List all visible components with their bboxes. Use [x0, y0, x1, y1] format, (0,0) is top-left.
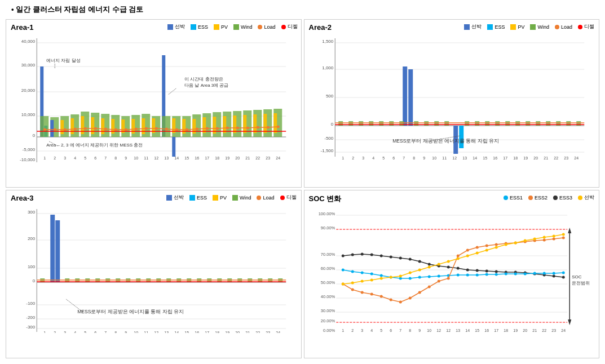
svg-rect-184 [566, 121, 571, 126]
legend-item: 디젤 [280, 194, 297, 201]
svg-text:70.00%: 70.00% [320, 252, 335, 257]
svg-text:6: 6 [392, 156, 395, 160]
svg-rect-164 [348, 121, 353, 126]
svg-text:5: 5 [84, 156, 86, 160]
svg-text:18: 18 [513, 156, 518, 160]
svg-text:2: 2 [54, 156, 56, 160]
svg-text:15: 15 [475, 329, 479, 332]
svg-rect-65 [162, 116, 170, 137]
svg-text:이 시간대 충전량은: 이 시간대 충전량은 [184, 77, 223, 82]
svg-point-360 [456, 255, 459, 258]
svg-point-384 [456, 258, 459, 260]
svg-text:21: 21 [544, 156, 548, 160]
svg-point-324 [341, 269, 344, 272]
area3-chart: 300 200 100 0 -100 -200 -300 1 2 3 4 5 6 [11, 203, 297, 333]
svg-text:13: 13 [164, 331, 169, 333]
svg-text:22: 22 [554, 156, 558, 160]
svg-point-333 [427, 276, 430, 278]
svg-text:0: 0 [330, 122, 333, 127]
svg-text:12: 12 [452, 156, 457, 160]
svg-point-369 [542, 239, 545, 242]
legend-item: 선박 [578, 194, 594, 201]
svg-text:9: 9 [125, 156, 127, 160]
legend-item: Load [258, 23, 275, 30]
svg-text:2: 2 [352, 156, 354, 160]
soc-chart: 100.00% 90.00% 70.00% 60.00% 50.00% 40.0… [309, 205, 595, 335]
svg-point-390 [514, 242, 516, 245]
svg-rect-53 [101, 118, 104, 134]
svg-point-361 [466, 249, 469, 252]
svg-rect-183 [556, 121, 560, 126]
svg-rect-185 [576, 121, 581, 126]
svg-point-347 [562, 272, 564, 274]
svg-text:5: 5 [382, 156, 385, 160]
svg-rect-230 [50, 215, 55, 282]
svg-point-375 [370, 279, 373, 282]
area3-legend: 선박 ESS PV Wind Load 디젤 [166, 194, 297, 201]
svg-point-386 [475, 252, 478, 255]
svg-text:MESS로부터 제공받은 에너지를 통해 자립 유지: MESS로부터 제공받은 에너지를 통해 자립 유지 [77, 309, 184, 314]
svg-rect-45 [60, 120, 64, 134]
svg-text:100.00%: 100.00% [318, 211, 335, 216]
svg-text:2: 2 [351, 329, 354, 332]
svg-point-342 [514, 273, 516, 276]
svg-point-378 [399, 275, 401, 278]
svg-point-106 [216, 127, 219, 130]
legend-item: PV [213, 194, 227, 201]
svg-text:50.00%: 50.00% [320, 280, 335, 285]
svg-text:100: 100 [28, 264, 36, 269]
legend-item: 선박 [464, 23, 482, 30]
svg-point-380 [418, 269, 421, 272]
svg-text:21: 21 [245, 156, 250, 160]
charts-grid: Area-1 선박 ESS PV Wind Load 디젤 40,000 30,… [0, 17, 605, 361]
svg-text:3: 3 [362, 156, 364, 160]
svg-rect-165 [359, 121, 363, 126]
svg-point-345 [542, 272, 545, 275]
legend-item: ESS [189, 194, 207, 201]
svg-point-105 [206, 127, 209, 130]
svg-rect-82 [243, 115, 246, 133]
svg-text:16: 16 [484, 329, 489, 332]
legend-item: ESS2 [528, 194, 547, 201]
svg-text:20: 20 [533, 156, 538, 160]
svg-text:17: 17 [205, 331, 209, 333]
svg-point-110 [257, 126, 259, 129]
svg-point-372 [341, 283, 344, 286]
svg-text:16: 16 [195, 331, 199, 333]
area2-chart: 1,500 1,000 500 0 -500 -1,500 1 2 3 4 5 … [309, 33, 595, 162]
svg-text:23: 23 [266, 156, 270, 160]
svg-text:Area – 2, 3 에 에너지 제공하기 위한 MESS: Area – 2, 3 에 에너지 제공하기 위한 MESS 충전 [46, 143, 143, 148]
svg-point-376 [379, 277, 382, 280]
soc-legend: ESS1 ESS2 ESS3 선박 [504, 194, 594, 201]
svg-text:14: 14 [174, 331, 179, 333]
svg-rect-64 [152, 118, 155, 133]
svg-text:24: 24 [276, 331, 280, 333]
svg-text:10: 10 [134, 156, 138, 160]
svg-text:-5,000: -5,000 [23, 147, 36, 152]
svg-rect-68 [172, 118, 175, 133]
svg-text:19: 19 [523, 156, 528, 160]
svg-text:20: 20 [235, 156, 240, 160]
page-header: • 일간 클러스터 자립섬 에너지 수급 검토 [0, 0, 605, 17]
area1-legend: 선박 ESS PV Wind Load 디젤 [167, 23, 298, 30]
svg-point-100 [155, 127, 158, 130]
svg-point-334 [437, 275, 440, 278]
svg-text:1: 1 [342, 156, 344, 160]
svg-rect-168 [389, 121, 394, 126]
svg-point-313 [466, 269, 469, 272]
svg-rect-160 [408, 69, 413, 126]
svg-point-104 [196, 128, 198, 131]
svg-point-111 [267, 126, 270, 129]
svg-text:22: 22 [255, 331, 260, 333]
svg-text:6: 6 [94, 331, 96, 333]
svg-point-393 [542, 236, 545, 239]
svg-text:15: 15 [184, 156, 189, 160]
svg-text:3: 3 [64, 156, 66, 160]
svg-text:18: 18 [504, 329, 508, 332]
svg-text:-300: -300 [26, 325, 36, 330]
area3-panel: Area-3 선박 ESS PV Wind Load 디젤 300 200 10… [6, 190, 302, 358]
svg-point-359 [447, 277, 449, 280]
svg-text:18: 18 [215, 156, 219, 160]
svg-rect-74 [202, 117, 206, 133]
svg-text:15: 15 [483, 156, 487, 160]
